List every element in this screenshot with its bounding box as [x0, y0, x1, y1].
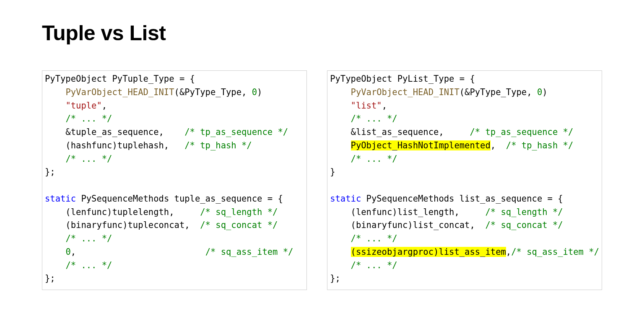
code-string: "tuple" [65, 101, 101, 111]
codeblock-tuple: PyTypeObject PyTuple_Type = { PyVarObjec… [42, 70, 307, 290]
code-text [330, 140, 351, 150]
code-comment: /* ... */ [65, 154, 112, 164]
code-comment: /* ... */ [351, 233, 397, 244]
code-string: "list" [351, 101, 382, 111]
code-comment: /* tp_as_sequence */ [184, 127, 288, 137]
code-comment: /* tp_hash */ [184, 140, 252, 150]
code-text: }; [45, 273, 55, 283]
code-num: 0 [252, 87, 257, 97]
code-text: ) [257, 87, 262, 97]
code-comment: /* sq_length */ [200, 207, 278, 217]
code-num: 0 [65, 247, 70, 257]
slide: Tuple vs List PyTypeObject PyTuple_Type … [0, 0, 644, 290]
code-text: , [382, 101, 387, 111]
code-comment: /* sq_length */ [485, 207, 563, 217]
code-comment: /* ... */ [65, 233, 112, 244]
code-text: (lenfunc)list_length, [330, 207, 485, 217]
code-text: (&PyType_Type, [460, 87, 537, 97]
code-text: , [491, 140, 506, 150]
code-text: PySequenceMethods list_as_sequence = { [361, 194, 563, 204]
code-comment: /* sq_concat */ [200, 220, 278, 230]
code-highlight: (ssizeobjargproc)list_ass_item [351, 247, 506, 257]
code-text: &list_as_sequence, [330, 127, 470, 137]
code-text: } [330, 167, 335, 177]
code-text: PySequenceMethods tuple_as_sequence = { [76, 194, 283, 204]
code-fn: PyVarObject_HEAD_INIT [351, 87, 460, 97]
code-text: , [506, 247, 511, 257]
code-num: 0 [537, 87, 542, 97]
code-comment: /* ... */ [65, 114, 112, 124]
code-text: &tuple_as_sequence, [45, 127, 184, 137]
code-text: }; [45, 167, 55, 177]
code-comment: /* sq_ass_item */ [205, 247, 293, 257]
code-comment: /* sq_ass_item */ [511, 247, 599, 257]
code-text: ) [542, 87, 547, 97]
code-text [330, 247, 351, 257]
code-text: (&PyType_Type, [174, 87, 252, 97]
code-comment: /* ... */ [351, 154, 397, 164]
code-text: (binaryfunc)tupleconcat, [45, 220, 200, 230]
code-text: , [71, 247, 205, 257]
code-keyword: static [330, 194, 361, 204]
code-text: , [102, 101, 107, 111]
code-highlight: PyObject_HashNotImplemented [351, 140, 491, 150]
code-comment: /* sq_concat */ [485, 220, 563, 230]
code-text: PyTypeObject PyTuple_Type = { [45, 74, 195, 84]
code-text: (binaryfunc)list_concat, [330, 220, 485, 230]
code-text: (lenfunc)tuplelength, [45, 207, 200, 217]
code-comment: /* ... */ [351, 260, 397, 270]
code-text: PyTypeObject PyList_Type = { [330, 74, 475, 84]
code-text: (hashfunc)tuplehash, [45, 140, 184, 150]
code-text: }; [330, 273, 340, 283]
code-comment: /* tp_hash */ [506, 140, 573, 150]
page-title: Tuple vs List [42, 21, 602, 45]
codeblock-list: PyTypeObject PyList_Type = { PyVarObject… [327, 70, 602, 290]
code-keyword: static [45, 194, 76, 204]
code-fn: PyVarObject_HEAD_INIT [65, 87, 174, 97]
code-columns: PyTypeObject PyTuple_Type = { PyVarObjec… [42, 70, 602, 290]
code-comment: /* ... */ [65, 260, 112, 270]
code-comment: /* ... */ [351, 114, 397, 124]
code-comment: /* tp_as_sequence */ [470, 127, 573, 137]
